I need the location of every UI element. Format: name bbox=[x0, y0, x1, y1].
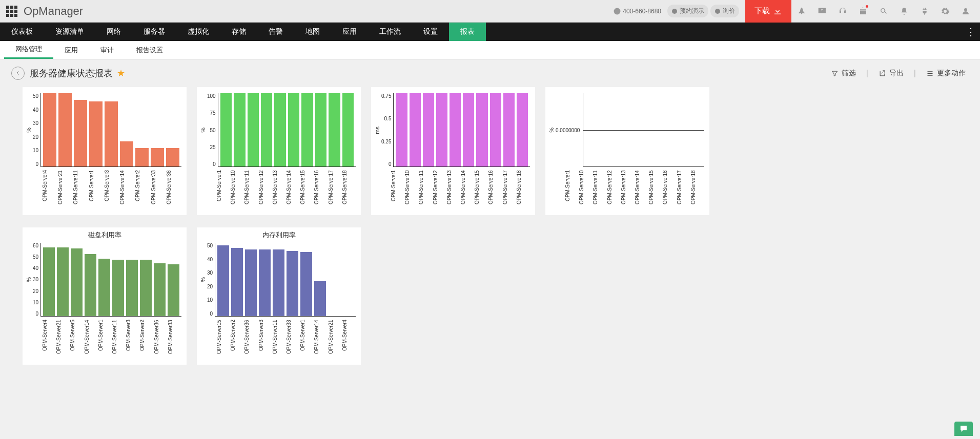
chart-card-3: %0.0000000OPM-Server1OPM-Server10OPM-Ser… bbox=[545, 87, 709, 215]
bar[interactable] bbox=[274, 93, 285, 166]
x-axis: OPM-Server1OPM-Server10OPM-Server11OPM-S… bbox=[371, 168, 535, 215]
bar[interactable] bbox=[168, 264, 179, 316]
bar[interactable] bbox=[342, 93, 354, 166]
bar[interactable] bbox=[71, 248, 83, 316]
rocket-icon[interactable] bbox=[791, 0, 812, 23]
more-actions-button[interactable]: 更多动作 bbox=[923, 69, 969, 78]
x-tick: OPM-Server11 bbox=[272, 320, 286, 361]
bar[interactable] bbox=[154, 263, 166, 316]
bar[interactable] bbox=[410, 93, 421, 166]
bar[interactable] bbox=[166, 148, 179, 166]
bar[interactable] bbox=[217, 245, 229, 316]
nav-item-6[interactable]: 告警 bbox=[257, 23, 294, 41]
sub-nav-item-2[interactable]: 审计 bbox=[89, 41, 125, 59]
chart-card-5: 内存利用率%50403020100OPM-Server15OPM-Server2… bbox=[197, 227, 361, 365]
bar[interactable] bbox=[476, 93, 487, 166]
bar[interactable] bbox=[74, 100, 87, 166]
x-tick: OPM-Server10 bbox=[230, 170, 244, 211]
x-tick: OPM-Server36 bbox=[244, 320, 258, 361]
x-tick: OPM-Server4 bbox=[342, 320, 356, 361]
bar[interactable] bbox=[245, 249, 257, 316]
demo-button[interactable]: 预约演示 bbox=[667, 5, 708, 17]
nav-item-8[interactable]: 应用 bbox=[331, 23, 368, 41]
nav-item-2[interactable]: 网络 bbox=[95, 23, 132, 41]
bar[interactable] bbox=[288, 93, 299, 166]
bar[interactable] bbox=[98, 259, 110, 316]
bar[interactable] bbox=[300, 252, 312, 316]
bar[interactable] bbox=[490, 93, 501, 166]
x-tick: OPM-Server33 bbox=[286, 320, 300, 361]
bar[interactable] bbox=[151, 148, 164, 166]
nav-item-5[interactable]: 存储 bbox=[220, 23, 257, 41]
quote-button[interactable]: 询价 bbox=[710, 5, 739, 17]
x-tick: OPM-Server5 bbox=[70, 320, 84, 361]
plot-area bbox=[393, 93, 530, 167]
sub-nav-item-0[interactable]: 网络管理 bbox=[4, 41, 53, 59]
bar[interactable] bbox=[436, 93, 447, 166]
bar[interactable] bbox=[248, 93, 259, 166]
user-icon[interactable] bbox=[955, 0, 976, 23]
nav-item-4[interactable]: 虚拟化 bbox=[176, 23, 220, 41]
nav-item-11[interactable]: 报表 bbox=[449, 23, 486, 41]
x-tick: OPM-Server4 bbox=[42, 320, 56, 361]
bar[interactable] bbox=[58, 93, 72, 166]
bar[interactable] bbox=[140, 260, 152, 316]
nav-item-9[interactable]: 工作流 bbox=[368, 23, 412, 41]
bar[interactable] bbox=[314, 281, 326, 316]
bar[interactable] bbox=[120, 141, 133, 166]
bar[interactable] bbox=[423, 93, 434, 166]
sub-nav-item-1[interactable]: 应用 bbox=[53, 41, 89, 59]
filter-button[interactable]: 筛选 bbox=[828, 69, 859, 78]
gift-icon[interactable] bbox=[853, 0, 873, 23]
sub-nav-item-3[interactable]: 报告设置 bbox=[125, 41, 174, 59]
bar[interactable] bbox=[43, 93, 56, 166]
x-tick: OPM-Server14 bbox=[314, 320, 328, 361]
nav-item-3[interactable]: 服务器 bbox=[132, 23, 176, 41]
bar[interactable] bbox=[57, 247, 69, 316]
bar[interactable] bbox=[259, 249, 271, 316]
presentation-icon[interactable] bbox=[812, 0, 832, 23]
nav-item-7[interactable]: 地图 bbox=[294, 23, 331, 41]
plug-icon[interactable] bbox=[914, 0, 935, 23]
top-bar: OpManager 400-660-8680 预约演示 询价 下载 bbox=[0, 0, 980, 23]
back-button[interactable] bbox=[11, 67, 25, 80]
bar[interactable] bbox=[220, 93, 232, 166]
bar[interactable] bbox=[126, 260, 138, 316]
bar[interactable] bbox=[315, 93, 326, 166]
favorite-star-icon[interactable]: ★ bbox=[117, 68, 125, 79]
x-tick: OPM-Server21 bbox=[57, 170, 73, 211]
bar[interactable] bbox=[450, 93, 461, 166]
bar[interactable] bbox=[105, 101, 118, 166]
bar[interactable] bbox=[463, 93, 474, 166]
bar[interactable] bbox=[231, 248, 243, 316]
nav-item-10[interactable]: 设置 bbox=[412, 23, 449, 41]
bar[interactable] bbox=[396, 93, 407, 166]
nav-item-1[interactable]: 资源清单 bbox=[44, 23, 95, 41]
bar[interactable] bbox=[43, 247, 55, 316]
export-button[interactable]: 导出 bbox=[875, 69, 907, 78]
bar[interactable] bbox=[503, 93, 515, 166]
bar[interactable] bbox=[234, 93, 245, 166]
nav-item-0[interactable]: 仪表板 bbox=[0, 23, 44, 41]
bar[interactable] bbox=[261, 93, 272, 166]
gear-icon[interactable] bbox=[935, 0, 955, 23]
bar[interactable] bbox=[329, 93, 340, 166]
bar[interactable] bbox=[287, 251, 298, 316]
chart-title bbox=[23, 87, 187, 91]
bar[interactable] bbox=[517, 93, 528, 166]
x-axis: OPM-Server1OPM-Server10OPM-Server11OPM-S… bbox=[545, 168, 709, 215]
bell-icon[interactable] bbox=[894, 0, 914, 23]
bar[interactable] bbox=[301, 93, 313, 166]
download-button[interactable]: 下载 bbox=[745, 0, 791, 23]
bar[interactable] bbox=[273, 249, 284, 316]
apps-grid-icon[interactable] bbox=[6, 6, 17, 17]
search-icon[interactable] bbox=[873, 0, 894, 23]
nav-more-icon[interactable]: ⋮ bbox=[962, 23, 980, 41]
chart-card-4: 磁盘利用率%6050403020100OPM-Server4OPM-Server… bbox=[23, 227, 187, 365]
y-axis: 50403020100 bbox=[207, 243, 215, 317]
bar[interactable] bbox=[135, 148, 149, 166]
bar[interactable] bbox=[85, 254, 96, 316]
bar[interactable] bbox=[112, 260, 124, 316]
bar[interactable] bbox=[89, 101, 103, 166]
headset-icon[interactable] bbox=[832, 0, 853, 23]
